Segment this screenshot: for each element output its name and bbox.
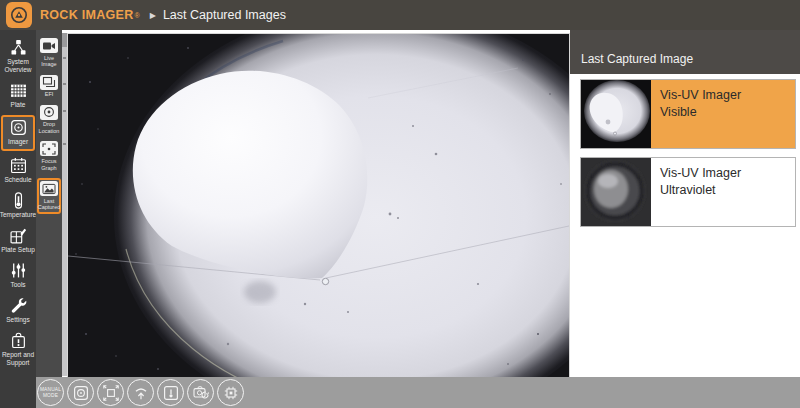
move-arrows-icon [102, 384, 120, 402]
camera-capture-icon [192, 384, 210, 402]
breadcrumb-arrow-icon: ▶ [150, 11, 156, 20]
imager-icon [10, 119, 27, 136]
sidebar-item-plate-setup[interactable]: Plate Setup [0, 225, 36, 256]
app-name: ROCK IMAGER [40, 8, 134, 22]
capture-image-button[interactable] [187, 379, 214, 406]
plate-setup-icon [10, 227, 27, 244]
subsidebar-item-efi[interactable]: EFI [37, 75, 61, 98]
captured-image-item-ultraviolet[interactable]: Vis-UV Imager Ultraviolet [580, 157, 796, 227]
support-bag-icon [10, 332, 27, 349]
processor-button[interactable] [217, 379, 244, 406]
live-image-icon [40, 38, 58, 53]
captured-image-item-visible[interactable]: Vis-UV Imager Visible [580, 79, 796, 149]
formulatrix-logo-icon [9, 5, 29, 25]
last-captured-panel: Last Captured Image [570, 30, 800, 377]
subsidebar-item-drop-location[interactable]: Drop Location [37, 105, 61, 135]
main-sidebar: System Overview Plate Imager [0, 30, 36, 408]
sidebar-item-report-and-support[interactable]: Report and Support [0, 330, 36, 369]
efi-icon [40, 75, 58, 90]
header-bar: ROCK IMAGER® ▶ Last Captured Images [0, 0, 800, 30]
system-overview-icon [10, 39, 27, 56]
panel-title: Last Captured Image [570, 30, 800, 74]
visible-label: Vis-UV Imager Visible [651, 80, 795, 148]
sidebar-bottom-corner [0, 377, 36, 408]
move-stage-button[interactable] [97, 379, 124, 406]
visible-thumbnail [581, 80, 651, 148]
subsidebar-item-focus-graph[interactable]: Focus Graph [37, 141, 61, 171]
app-logo [6, 2, 32, 28]
drop-location-icon [40, 105, 58, 120]
sidebar-item-imager[interactable]: Imager [1, 115, 35, 150]
sidebar-item-system-overview[interactable]: System Overview [0, 37, 36, 76]
captured-drop-image[interactable] [67, 33, 570, 378]
imager-lens-button[interactable] [67, 379, 94, 406]
imager-sub-sidebar: Live Image EFI Drop Location [36, 30, 62, 377]
sidebar-item-settings[interactable]: Settings [0, 295, 36, 326]
registered-mark: ® [135, 12, 140, 19]
wrench-icon [10, 297, 27, 314]
lift-icon [132, 384, 150, 402]
schedule-icon [10, 157, 27, 174]
tools-icon [10, 262, 27, 279]
subsidebar-item-last-captured[interactable]: Last Captured [37, 178, 61, 214]
rock-imager-app: ROCK IMAGER® ▶ Last Captured Images Syst… [0, 0, 800, 408]
temperature-box-icon [162, 384, 180, 402]
imager-toolbar: MANUAL MODE [36, 377, 800, 408]
last-captured-icon [40, 181, 58, 196]
plate-icon [10, 82, 27, 99]
sidebar-item-plate[interactable]: Plate [0, 80, 36, 111]
focus-graph-icon [40, 141, 58, 156]
page-title: Last Captured Images [163, 8, 286, 22]
subsidebar-item-live-image[interactable]: Live Image [37, 38, 61, 68]
sidebar-item-tools[interactable]: Tools [0, 260, 36, 291]
sidebar-item-temperature[interactable]: Temperature [0, 190, 36, 221]
sidebar-item-schedule[interactable]: Schedule [0, 155, 36, 186]
temperature-icon [10, 192, 27, 209]
ultraviolet-label: Vis-UV Imager Ultraviolet [651, 158, 795, 226]
lens-icon [72, 384, 90, 402]
temperature-box-button[interactable] [157, 379, 184, 406]
lift-plate-button[interactable] [127, 379, 154, 406]
chip-icon [222, 384, 240, 402]
ultraviolet-thumbnail [581, 158, 651, 226]
manual-mode-button[interactable]: MANUAL MODE [37, 379, 64, 406]
